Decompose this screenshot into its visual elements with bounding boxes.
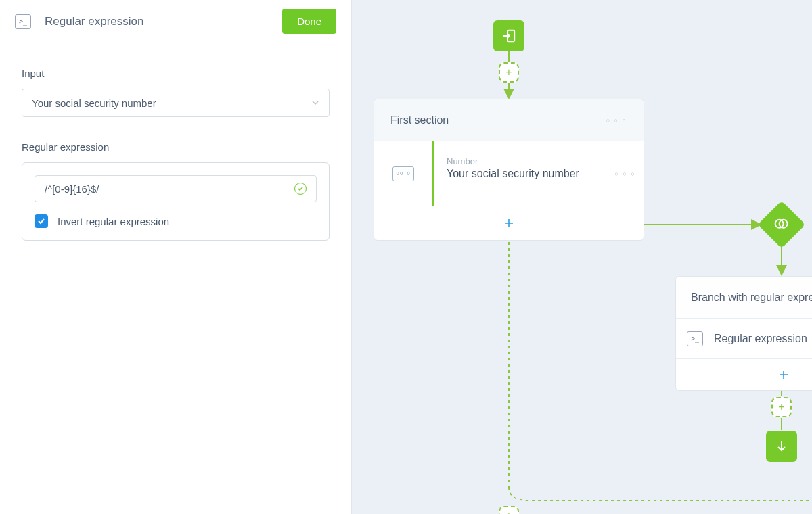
branch-card[interactable]: Branch with regular expre >_ Regular exp… <box>675 276 812 391</box>
start-node[interactable] <box>493 20 524 51</box>
invert-checkbox[interactable] <box>35 214 48 228</box>
panel-title: Regular expression <box>45 15 269 28</box>
add-question-button[interactable] <box>374 206 644 240</box>
section-menu-icon[interactable]: ○ ○ ○ <box>606 117 627 124</box>
panel-body: Input Your social security number Regula… <box>0 43 351 265</box>
question-title: Your social security number <box>447 168 595 180</box>
gate-icon <box>773 216 790 234</box>
question-actions: ○ ○ ○ <box>607 141 644 206</box>
section-header: First section ○ ○ ○ <box>374 99 644 141</box>
add-node-button[interactable]: + <box>499 62 519 83</box>
question-row[interactable]: oo|o Number Your social security number … <box>374 141 644 206</box>
add-node-button-3[interactable]: + <box>771 397 792 417</box>
regex-icon: >_ <box>15 14 31 29</box>
invert-label: Invert regular expression <box>58 216 169 227</box>
terminal-node[interactable] <box>766 431 797 462</box>
config-panel: >_ Regular expression Done Input Your so… <box>0 0 352 514</box>
arrow-down-icon <box>776 440 787 453</box>
connectors <box>352 0 812 514</box>
flow-canvas[interactable]: + + First section ○ ○ ○ oo|o Number Your… <box>352 0 812 514</box>
question-menu-icon[interactable]: ○ ○ ○ <box>614 170 635 177</box>
regex-input[interactable]: /^[0-9]{16}$/ <box>35 175 317 202</box>
done-button[interactable]: Done <box>282 9 336 34</box>
invert-row: Invert regular expression <box>35 214 317 228</box>
branch-add-button[interactable] <box>676 359 812 390</box>
chevron-down-icon <box>311 99 319 107</box>
section-title: First section <box>390 114 449 126</box>
regex-icon: >_ <box>687 331 703 346</box>
branch-body: >_ Regular expression <box>676 319 812 359</box>
section-card[interactable]: First section ○ ○ ○ oo|o Number Your soc… <box>374 99 644 241</box>
branch-title: Branch with regular expre <box>691 291 812 304</box>
question-type: Number <box>447 156 595 166</box>
plus-icon <box>778 369 789 380</box>
question-icon-cell: oo|o <box>374 141 432 206</box>
plus-icon <box>503 218 514 229</box>
input-select[interactable]: Your social security number <box>22 89 330 117</box>
question-content: Number Your social security number <box>434 141 607 206</box>
regex-label: Regular expression <box>22 141 330 153</box>
input-select-value: Your social security number <box>32 97 156 109</box>
input-label: Input <box>22 68 330 79</box>
enter-icon <box>501 28 516 43</box>
branch-header: Branch with regular expre <box>676 277 812 319</box>
number-field-icon: oo|o <box>392 166 414 181</box>
regex-value: /^[0-9]{16}$/ <box>45 183 99 195</box>
regex-group: Regular expression /^[0-9]{16}$/ Invert … <box>22 141 330 241</box>
add-node-button-2[interactable]: + <box>499 506 519 514</box>
valid-icon <box>294 183 307 195</box>
logic-gate[interactable] <box>765 208 798 241</box>
regex-card: /^[0-9]{16}$/ Invert regular expression <box>22 162 330 241</box>
panel-header: >_ Regular expression Done <box>0 0 351 43</box>
branch-item-label: Regular expression <box>714 333 807 345</box>
